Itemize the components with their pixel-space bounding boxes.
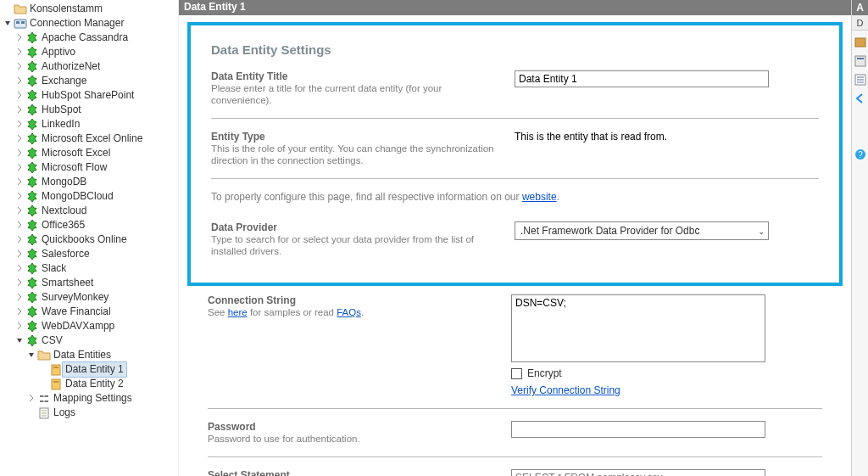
tree-expander-icon[interactable] xyxy=(14,261,25,276)
tree-item-label: MongoDB xyxy=(42,175,86,189)
tree-connector[interactable]: Slack xyxy=(2,261,178,276)
setting-password: Password Password to use for authenticat… xyxy=(208,421,822,457)
tree-connector[interactable]: MongoDBCloud xyxy=(2,189,178,204)
entity-type-desc: This is the role of your entity. You can… xyxy=(211,143,498,166)
tree-expander-icon[interactable] xyxy=(14,305,25,319)
tree-connector[interactable]: Exchange xyxy=(2,74,178,88)
tree-entity-2[interactable]: >Data Entity 2 xyxy=(2,377,178,391)
tree-connector[interactable]: MongoDB xyxy=(2,175,178,189)
connector-icon xyxy=(25,190,39,204)
content-title: Data Entity 1 xyxy=(184,1,246,13)
tree-expander-icon[interactable] xyxy=(14,204,25,218)
tree-expander-icon[interactable] xyxy=(25,348,37,362)
tree-connector[interactable]: LinkedIn xyxy=(2,117,178,132)
tree-connector[interactable]: Nextcloud xyxy=(2,204,178,218)
tree-connector[interactable]: Microsoft Flow xyxy=(2,160,178,175)
tree-connector[interactable]: SurveyMonkey xyxy=(2,290,178,305)
password-label: Password xyxy=(208,421,494,433)
tree-item-label: Exchange xyxy=(42,74,86,88)
tree-connection-manager[interactable]: Connection Manager xyxy=(2,16,178,31)
tree-connector[interactable]: Wave Financial xyxy=(2,305,178,319)
tree-expander-icon[interactable] xyxy=(14,132,25,146)
tree-connector[interactable]: Microsoft Excel Online xyxy=(2,132,178,146)
svg-rect-9 xyxy=(855,56,865,66)
connection-string-input[interactable] xyxy=(511,294,765,362)
entity-type-label: Entity Type xyxy=(211,131,498,143)
tree-expander-icon[interactable] xyxy=(14,31,25,45)
tree-expander-icon[interactable] xyxy=(14,117,25,132)
tree-item-label: Konsolenstamm xyxy=(30,2,103,16)
data-provider-desc: Type to search for or select your data p… xyxy=(211,233,498,257)
navigation-tree[interactable]: >KonsolenstammConnection ManagerApache C… xyxy=(0,0,179,476)
tree-expander-icon[interactable] xyxy=(25,391,37,406)
tree-connector[interactable]: WebDAVXampp xyxy=(2,319,178,333)
tree-expander-icon[interactable] xyxy=(14,290,25,305)
conn-here-link[interactable]: here xyxy=(228,307,248,317)
connector-icon xyxy=(25,176,39,189)
action-icon-2[interactable] xyxy=(854,54,867,68)
tree-expander-icon[interactable] xyxy=(14,45,25,59)
tree-item-label: AuthorizeNet xyxy=(42,59,100,74)
tree-connector[interactable]: Microsoft Excel xyxy=(2,146,178,160)
tree-connector[interactable]: Office365 xyxy=(2,218,178,232)
tree-connector[interactable]: Apache Cassandra xyxy=(2,31,178,45)
tree-expander-icon[interactable] xyxy=(14,175,25,189)
encrypt-checkbox[interactable]: Encrypt xyxy=(511,367,822,379)
tree-expander-icon[interactable] xyxy=(14,88,25,103)
title-label: Data Entity Title xyxy=(211,70,498,82)
tree-expander-icon[interactable] xyxy=(14,103,25,117)
info-line: To properly configure this page, find al… xyxy=(211,191,819,203)
setting-data-entity-title: Data Entity Title Please enter a title f… xyxy=(211,70,819,119)
connector-icon xyxy=(25,233,39,247)
tree-connector[interactable]: Smartsheet xyxy=(2,276,178,290)
tree-expander-icon[interactable] xyxy=(14,333,25,348)
tree-expander-icon[interactable] xyxy=(14,189,25,204)
tree-expander-icon[interactable] xyxy=(14,232,25,247)
chevron-down-icon: ⌄ xyxy=(758,227,765,236)
tree-root[interactable]: >Konsolenstamm xyxy=(2,2,178,16)
action-icon-3[interactable] xyxy=(854,73,867,87)
help-icon[interactable]: ? xyxy=(854,148,867,161)
tree-item-label: Wave Financial xyxy=(42,305,111,319)
tree-expander-icon[interactable] xyxy=(14,276,25,290)
website-link[interactable]: website xyxy=(522,191,557,203)
svg-rect-5 xyxy=(52,379,60,389)
tree-expander-icon[interactable] xyxy=(2,16,14,31)
data-entity-title-input[interactable] xyxy=(515,70,769,87)
tree-connector[interactable]: Apptivo xyxy=(2,45,178,59)
tree-item-label: Slack xyxy=(42,261,66,276)
tree-connector[interactable]: HubSpot SharePoint xyxy=(2,88,178,103)
tree-item-label: Data Entity 1 xyxy=(62,361,127,378)
select-statement-input[interactable] xyxy=(511,469,765,476)
tree-expander-icon[interactable] xyxy=(14,74,25,88)
tree-logs[interactable]: >Logs xyxy=(2,406,178,420)
conn-faqs-link[interactable]: FAQs xyxy=(337,307,361,317)
tree-connector[interactable]: HubSpot xyxy=(2,103,178,117)
tree-expander-icon[interactable] xyxy=(14,146,25,160)
content-pane: Data Entity 1 Data Entity Settings Data … xyxy=(179,0,851,476)
action-icon-1[interactable] xyxy=(854,36,867,49)
tree-item-label: Connection Manager xyxy=(30,16,124,31)
tree-expander-icon[interactable] xyxy=(14,247,25,261)
tree-entity-1[interactable]: >Data Entity 1 xyxy=(2,362,178,377)
password-input[interactable] xyxy=(511,421,765,438)
tree-data-entities[interactable]: Data Entities xyxy=(2,348,178,362)
tree-expander-icon[interactable] xyxy=(14,59,25,74)
connector-icon xyxy=(25,89,39,103)
tree-expander-icon[interactable] xyxy=(14,218,25,232)
tree-connector[interactable]: AuthorizeNet xyxy=(2,59,178,74)
tree-connector[interactable]: Salesforce xyxy=(2,247,178,261)
data-provider-combobox[interactable]: .Net Framework Data Provider for Odbc ⌄ xyxy=(515,221,769,240)
tree-expander-icon[interactable] xyxy=(14,160,25,175)
tree-connector[interactable]: Quickbooks Online xyxy=(2,232,178,247)
tree-mapping-settings[interactable]: Mapping Settings xyxy=(2,391,178,406)
highlighted-settings-group: Data Entity Settings Data Entity Title P… xyxy=(187,22,843,286)
verify-connection-link[interactable]: Verify Connection String xyxy=(511,384,620,396)
back-arrow-icon[interactable] xyxy=(854,92,867,105)
tree-connector-csv[interactable]: CSV xyxy=(2,333,178,348)
tree-item-label: Quickbooks Online xyxy=(42,232,127,247)
connector-icon xyxy=(25,305,39,319)
actions-subheader: D xyxy=(852,15,868,31)
data-provider-value: .Net Framework Data Provider for Odbc xyxy=(520,225,699,237)
tree-expander-icon[interactable] xyxy=(14,319,25,333)
